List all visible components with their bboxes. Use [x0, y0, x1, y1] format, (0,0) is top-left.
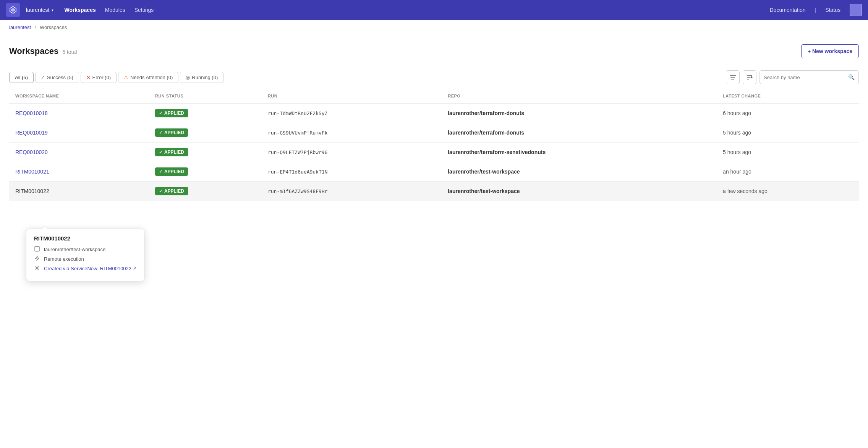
filter-error[interactable]: ✕ Error (0)	[81, 72, 117, 83]
tooltip-repo-row: laurenrother/test-workspace	[34, 246, 136, 253]
external-link-icon: ↗	[133, 266, 136, 271]
running-icon: ◎	[186, 75, 190, 80]
breadcrumb-current: Workspaces	[40, 24, 67, 30]
svg-rect-3	[35, 247, 39, 251]
attention-icon: ⚠	[124, 75, 128, 80]
nav-modules[interactable]: Modules	[100, 5, 130, 15]
sort-icon-button[interactable]	[743, 70, 756, 84]
nav-settings[interactable]: Settings	[130, 5, 159, 15]
workspace-name-cell: RITM0010021	[9, 162, 149, 182]
repo-name: laurenrother/terraform-donuts	[448, 110, 524, 116]
search-input[interactable]	[764, 75, 847, 80]
page-title: Workspaces	[9, 46, 58, 56]
latest-change: a few seconds ago	[723, 188, 768, 194]
latest-change: 6 hours ago	[723, 110, 751, 116]
repo-cell: laurenrother/terraform-donuts	[442, 103, 717, 123]
table-header-row: WORKSPACE NAME RUN STATUS RUN REPO LATES…	[9, 89, 859, 103]
table-row: REQ0010020✓ APPLIEDrun-Q9LETZW7PjRbwr96l…	[9, 143, 859, 162]
applied-badge: ✓ APPLIED	[155, 148, 188, 156]
workspace-name-link[interactable]: REQ0010019	[15, 130, 48, 136]
repo-cell: laurenrother/terraform-donuts	[442, 123, 717, 143]
repo-cell: laurenrother/test-workspace	[442, 162, 717, 182]
success-icon: ✓	[41, 75, 45, 80]
tooltip-repo-text: laurenrother/test-workspace	[44, 247, 105, 252]
filter-icon-button[interactable]	[726, 70, 740, 84]
run-status-cell: ✓ APPLIED	[149, 103, 262, 123]
workspace-name-link[interactable]: RITM0010021	[15, 169, 49, 175]
run-id: run-TdmWDtRnU2F2kSyZ	[268, 110, 328, 116]
applied-badge: ✓ APPLIED	[155, 167, 188, 176]
table-row: RITM0010021✓ APPLIEDrun-EP4T1d6ueA9ukT1N…	[9, 162, 859, 182]
breadcrumb-org[interactable]: laurentest	[9, 24, 31, 30]
col-repo: REPO	[442, 89, 717, 103]
applied-badge: ✓ APPLIED	[155, 187, 188, 195]
repo-cell: laurenrother/terraform-senstivedonuts	[442, 143, 717, 162]
workspace-name-link[interactable]: REQ0010018	[15, 110, 48, 116]
workspace-name-text: RITM0010022	[15, 188, 49, 194]
page-title-area: Workspaces 5 total	[9, 46, 77, 56]
bolt-icon	[34, 256, 40, 262]
sort-icon	[747, 75, 753, 80]
tooltip-link-text: Created via ServiceNow: RITM0010022	[44, 266, 131, 271]
search-icon: 🔍	[848, 74, 855, 80]
run-status-cell: ✓ APPLIED	[149, 123, 262, 143]
top-navigation: laurentest ▾ Workspaces Modules Settings…	[0, 0, 868, 20]
workspace-name-cell: REQ0010019	[9, 123, 149, 143]
col-latest-change: LATEST CHANGE	[717, 89, 859, 103]
col-run-status: RUN STATUS	[149, 89, 262, 103]
documentation-link[interactable]: Documentation	[765, 5, 810, 15]
error-icon: ✕	[86, 75, 91, 80]
workspace-name-link[interactable]: REQ0010020	[15, 149, 48, 155]
run-id-cell: run-GS9UVUvmPfRumvFk	[262, 123, 442, 143]
latest-change-cell: 5 hours ago	[717, 123, 859, 143]
run-id-cell: run-m1f6AZZw9S48F9Hr	[262, 182, 442, 201]
page-header: Workspaces 5 total + New workspace	[9, 44, 859, 58]
nav-workspaces[interactable]: Workspaces	[60, 5, 100, 15]
filter-attention[interactable]: ⚠ Needs Attention (0)	[118, 72, 178, 83]
app-logo	[6, 3, 20, 17]
latest-change-cell: 6 hours ago	[717, 103, 859, 123]
applied-badge: ✓ APPLIED	[155, 128, 188, 137]
repo-icon	[34, 246, 40, 253]
tooltip-title: RITM0010022	[34, 235, 136, 242]
run-id: run-m1f6AZZw9S48F9Hr	[268, 188, 328, 194]
avatar[interactable]	[850, 4, 862, 16]
latest-change: an hour ago	[723, 169, 751, 175]
filter-running[interactable]: ◎ Running (0)	[180, 72, 223, 83]
run-id: run-GS9UVUvmPfRumvFk	[268, 130, 328, 136]
new-workspace-button[interactable]: + New workspace	[801, 44, 859, 58]
filter-all[interactable]: All (5)	[9, 72, 34, 83]
tooltip-servicenow-link[interactable]: Created via ServiceNow: RITM0010022 ↗	[44, 266, 136, 271]
table-row: REQ0010018✓ APPLIEDrun-TdmWDtRnU2F2kSyZl…	[9, 103, 859, 123]
run-status-cell: ✓ APPLIED	[149, 143, 262, 162]
filter-icon	[730, 75, 736, 80]
run-id: run-EP4T1d6ueA9ukT1N	[268, 169, 328, 175]
workspace-name-cell: RITM0010022	[9, 182, 149, 201]
workspace-tooltip: RITM0010022 laurenrother/test-workspace …	[26, 229, 144, 281]
latest-change: 5 hours ago	[723, 130, 751, 136]
col-run: RUN	[262, 89, 442, 103]
breadcrumb: laurentest / Workspaces	[0, 20, 868, 35]
latest-change: 5 hours ago	[723, 149, 751, 155]
run-id-cell: run-EP4T1d6ueA9ukT1N	[262, 162, 442, 182]
svg-point-6	[36, 267, 38, 269]
nav-divider: |	[815, 7, 816, 13]
workspace-name-cell: REQ0010018	[9, 103, 149, 123]
nav-links: Workspaces Modules Settings	[60, 5, 765, 15]
repo-cell: laurenrother/test-workspace	[442, 182, 717, 201]
table-row: REQ0010019✓ APPLIEDrun-GS9UVUvmPfRumvFkl…	[9, 123, 859, 143]
run-id-cell: run-Q9LETZW7PjRbwr96	[262, 143, 442, 162]
tooltip-execution-row: Remote execution	[34, 256, 136, 262]
col-workspace-name: WORKSPACE NAME	[9, 89, 149, 103]
run-id: run-Q9LETZW7PjRbwr96	[268, 149, 328, 155]
table-row: RITM0010022✓ APPLIEDrun-m1f6AZZw9S48F9Hr…	[9, 182, 859, 201]
filter-success[interactable]: ✓ Success (5)	[35, 72, 79, 83]
status-link[interactable]: Status	[821, 5, 845, 15]
tooltip-link-row: Created via ServiceNow: RITM0010022 ↗	[34, 265, 136, 272]
org-selector[interactable]: laurentest ▾	[23, 5, 57, 15]
repo-name: laurenrother/terraform-donuts	[448, 130, 524, 136]
repo-name: laurenrother/test-workspace	[448, 188, 520, 194]
org-name: laurentest	[26, 7, 49, 13]
run-status-cell: ✓ APPLIED	[149, 162, 262, 182]
run-status-cell: ✓ APPLIED	[149, 182, 262, 201]
